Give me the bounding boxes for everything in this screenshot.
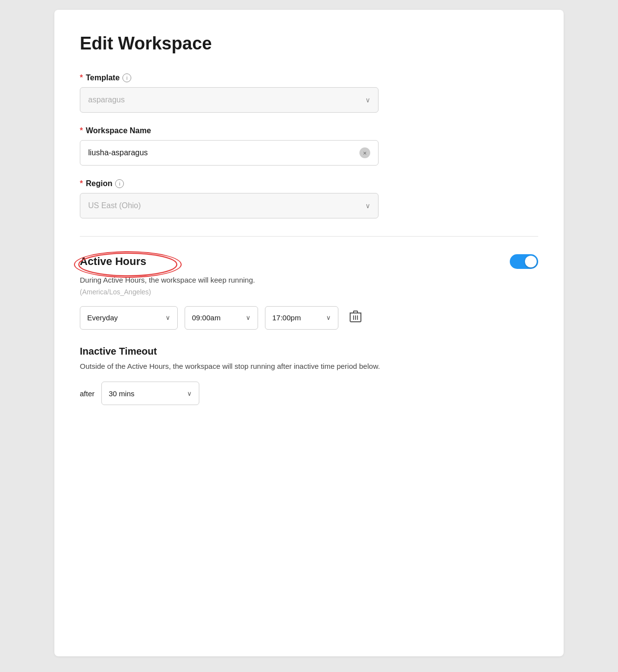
region-label: * Region i <box>80 179 538 188</box>
section-divider <box>80 236 538 237</box>
region-field-section: * Region i US East (Ohio) ∨ <box>80 179 538 218</box>
workspace-name-input[interactable] <box>88 148 359 157</box>
workspace-name-label: * Workspace Name <box>80 126 538 135</box>
schedule-end-time-chevron: ∨ <box>326 314 331 321</box>
svg-rect-3 <box>354 311 357 313</box>
schedule-day-label: Everyday <box>87 313 118 322</box>
timeout-value-select[interactable]: 30 mins ∨ <box>101 382 199 405</box>
workspace-name-required-star: * <box>80 126 83 135</box>
template-field-section: * Template i asparagus ∨ <box>80 73 538 113</box>
active-hours-timezone: (America/Los_Angeles) <box>80 288 538 296</box>
timeout-after-label: after <box>80 389 95 398</box>
schedule-row: Everyday ∨ 09:00am ∨ 17:00pm ∨ <box>80 306 538 330</box>
workspace-name-input-wrapper: × <box>80 140 379 166</box>
active-hours-title-wrapper: Active Hours <box>80 255 146 268</box>
template-label-text: Template <box>86 73 119 82</box>
schedule-delete-icon[interactable] <box>345 306 366 330</box>
region-info-icon[interactable]: i <box>115 179 124 188</box>
workspace-name-field-section: * Workspace Name × <box>80 126 538 166</box>
region-select[interactable]: US East (Ohio) ∨ <box>80 193 379 218</box>
region-select-value: US East (Ohio) <box>88 201 141 210</box>
toggle-thumb <box>525 256 537 267</box>
schedule-end-time-label: 17:00pm <box>272 313 301 322</box>
timeout-chevron-icon: ∨ <box>187 390 192 397</box>
template-required-star: * <box>80 73 83 82</box>
workspace-name-clear-icon[interactable]: × <box>359 147 370 158</box>
template-info-icon[interactable]: i <box>122 73 131 82</box>
template-select[interactable]: asparagus ∨ <box>80 87 379 113</box>
page-title: Edit Workspace <box>80 33 538 54</box>
schedule-start-time-select[interactable]: 09:00am ∨ <box>185 306 258 330</box>
active-hours-header: Active Hours <box>80 254 538 269</box>
template-chevron-icon: ∨ <box>365 96 370 104</box>
active-hours-title: Active Hours <box>80 255 146 267</box>
template-label: * Template i <box>80 73 538 82</box>
inactive-timeout-description: Outside of the Active Hours, the workspa… <box>80 361 538 372</box>
inactive-timeout-title: Inactive Timeout <box>80 346 538 357</box>
region-chevron-icon: ∨ <box>365 202 370 210</box>
timeout-row: after 30 mins ∨ <box>80 382 538 405</box>
template-select-value: asparagus <box>88 96 125 104</box>
schedule-end-time-select[interactable]: 17:00pm ∨ <box>265 306 338 330</box>
region-label-text: Region <box>86 179 112 188</box>
region-required-star: * <box>80 179 83 188</box>
active-hours-section: Active Hours During Active Hours, the wo… <box>80 254 538 330</box>
active-hours-description: During Active Hours, the workspace will … <box>80 275 538 286</box>
inactive-timeout-section: Inactive Timeout Outside of the Active H… <box>80 346 538 406</box>
timeout-value-label: 30 mins <box>109 389 135 398</box>
active-hours-toggle[interactable] <box>510 254 538 269</box>
schedule-day-chevron: ∨ <box>166 314 170 321</box>
workspace-name-label-text: Workspace Name <box>86 126 151 135</box>
schedule-day-select[interactable]: Everyday ∨ <box>80 306 178 330</box>
edit-workspace-card: Edit Workspace * Template i asparagus ∨ … <box>54 10 564 656</box>
schedule-start-time-label: 09:00am <box>192 313 220 322</box>
schedule-start-time-chevron: ∨ <box>246 314 251 321</box>
